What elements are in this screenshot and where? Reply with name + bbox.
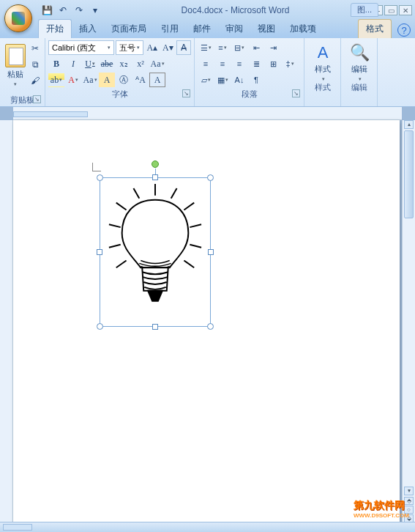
indent-dec-button[interactable]: ⇤: [248, 40, 264, 55]
paragraph-launcher-icon[interactable]: ↘: [292, 89, 300, 97]
horizontal-ruler[interactable]: [13, 107, 402, 120]
copy-icon[interactable]: ⧉: [29, 58, 42, 71]
paste-dropdown-icon[interactable]: ▾: [14, 81, 17, 87]
phonetic-guide-button[interactable]: ᴬA: [132, 73, 149, 87]
tab-references[interactable]: 引用: [154, 20, 186, 38]
align-left-button[interactable]: ≡: [198, 56, 214, 71]
font-name-combo[interactable]: Calibri (西文▾: [48, 40, 114, 55]
tab-addins[interactable]: 加载项: [283, 20, 324, 38]
tab-home[interactable]: 开始: [38, 19, 72, 38]
italic-button[interactable]: I: [65, 56, 81, 71]
office-button[interactable]: [4, 4, 32, 32]
find-icon: 🔍: [350, 43, 370, 62]
font-size-value: 五号: [119, 43, 135, 53]
styles-button[interactable]: A 样式 ▾: [307, 40, 338, 82]
undo-icon[interactable]: ↶: [57, 4, 69, 16]
distribute-button[interactable]: ⊞: [265, 56, 281, 71]
tab-layout[interactable]: 页面布局: [104, 20, 154, 38]
group-font: Calibri (西文▾ 五号▾ A▴ A▾ A̶ B I U▾ abe x₂ …: [45, 38, 195, 106]
styles-icon: A: [318, 43, 329, 62]
scroll-thumb[interactable]: [404, 130, 414, 218]
char-scale-button[interactable]: Aa▾: [82, 73, 98, 87]
document-area: ▴ ▾ ⬘ ○ ⬙: [0, 107, 415, 522]
show-marks-button[interactable]: ¶: [248, 73, 264, 87]
font-launcher-icon[interactable]: ↘: [182, 89, 190, 97]
tab-insert[interactable]: 插入: [72, 20, 104, 38]
clipboard-launcher-icon[interactable]: ↘: [33, 95, 41, 103]
indent-inc-button[interactable]: ⇥: [265, 40, 281, 55]
align-justify-button[interactable]: ≣: [248, 56, 264, 71]
clear-format-button[interactable]: A̶: [176, 40, 191, 55]
svg-line-8: [190, 245, 201, 248]
sort-button[interactable]: A↓: [231, 73, 247, 87]
paste-label: 粘贴: [7, 69, 23, 80]
resize-handle-s[interactable]: [152, 324, 158, 330]
superscript-button[interactable]: x²: [132, 56, 149, 71]
char-shading-button[interactable]: A: [99, 73, 115, 87]
prev-page-icon[interactable]: ⬘: [404, 497, 414, 505]
svg-line-6: [190, 224, 201, 227]
window-title: Doc4.docx - Microsoft Word: [101, 5, 370, 15]
browse-object-icon[interactable]: ○: [404, 506, 414, 514]
status-bar: [0, 522, 415, 532]
highlight-button[interactable]: ab▾: [48, 73, 64, 87]
group-editing: 🔍 编辑 ▾ 编辑: [341, 38, 378, 106]
char-border-button[interactable]: A: [149, 73, 165, 87]
redo-icon[interactable]: ↷: [73, 4, 85, 16]
underline-button[interactable]: U▾: [82, 56, 98, 71]
resize-handle-e[interactable]: [208, 249, 214, 255]
paste-button[interactable]: 粘贴 ▾: [3, 40, 27, 90]
multilevel-button[interactable]: ⊟▾: [231, 40, 247, 55]
resize-handle-se[interactable]: [207, 323, 214, 330]
group-label-clipboard: 剪贴板 ↘: [3, 95, 42, 106]
resize-handle-n[interactable]: [152, 174, 158, 180]
help-icon[interactable]: ?: [397, 23, 411, 37]
qat-more-icon[interactable]: ▾: [89, 4, 101, 16]
line-spacing-button[interactable]: ‡▾: [282, 56, 298, 71]
maximize-button[interactable]: ▭: [384, 5, 397, 15]
resize-handle-ne[interactable]: [207, 174, 214, 181]
paste-icon: [5, 44, 26, 67]
scroll-down-icon[interactable]: ▾: [404, 487, 414, 495]
save-icon[interactable]: 💾: [41, 4, 53, 16]
font-size-combo[interactable]: 五号▾: [116, 40, 143, 55]
cursor-mark-icon: [92, 163, 101, 171]
group-label-font: 字体 ↘: [48, 89, 191, 100]
shading-button[interactable]: ▱▾: [198, 73, 214, 87]
group-styles: A 样式 ▾ 样式: [304, 38, 341, 106]
format-painter-icon[interactable]: 🖌: [29, 74, 42, 87]
tab-view[interactable]: 视图: [250, 20, 283, 38]
editing-button[interactable]: 🔍 编辑 ▾: [344, 40, 375, 82]
close-button[interactable]: ✕: [399, 5, 412, 15]
ribbon-tabs: 开始 插入 页面布局 引用 邮件 审阅 视图 加载项 格式 ?: [0, 21, 415, 38]
grow-font-button[interactable]: A▴: [145, 40, 160, 55]
strikethrough-button[interactable]: abe: [99, 56, 115, 71]
change-case-button[interactable]: Aa▾: [149, 56, 165, 71]
resize-handle-nw[interactable]: [97, 174, 103, 181]
svg-line-7: [109, 245, 121, 248]
rotation-handle[interactable]: [152, 160, 159, 168]
selected-image[interactable]: [100, 177, 211, 327]
font-name-value: Calibri (西文: [52, 43, 96, 53]
document-page[interactable]: [13, 120, 400, 532]
align-right-button[interactable]: ≡: [231, 56, 247, 71]
resize-handle-w[interactable]: [97, 249, 102, 255]
tab-format[interactable]: 格式: [358, 19, 392, 38]
tab-review[interactable]: 审阅: [218, 20, 250, 38]
bullets-button[interactable]: ☰▾: [198, 40, 214, 55]
cut-icon[interactable]: ✂: [29, 42, 42, 55]
tab-mailings[interactable]: 邮件: [186, 20, 218, 38]
resize-handle-sw[interactable]: [97, 323, 103, 330]
subscript-button[interactable]: x₂: [116, 56, 132, 71]
numbering-button[interactable]: ≡▾: [214, 40, 231, 55]
vertical-ruler[interactable]: [0, 120, 13, 522]
enclose-char-button[interactable]: Ⓐ: [116, 73, 132, 87]
horizontal-scroll-thumb[interactable]: [3, 524, 32, 531]
vertical-scrollbar[interactable]: ▴ ▾ ⬘ ○ ⬙: [402, 120, 415, 522]
scroll-up-icon[interactable]: ▴: [404, 120, 414, 129]
align-center-button[interactable]: ≡: [214, 56, 231, 71]
bold-button[interactable]: B: [48, 56, 64, 71]
borders-button[interactable]: ▦▾: [214, 73, 231, 87]
shrink-font-button[interactable]: A▾: [161, 40, 176, 55]
font-color-button[interactable]: A▾: [65, 73, 81, 87]
